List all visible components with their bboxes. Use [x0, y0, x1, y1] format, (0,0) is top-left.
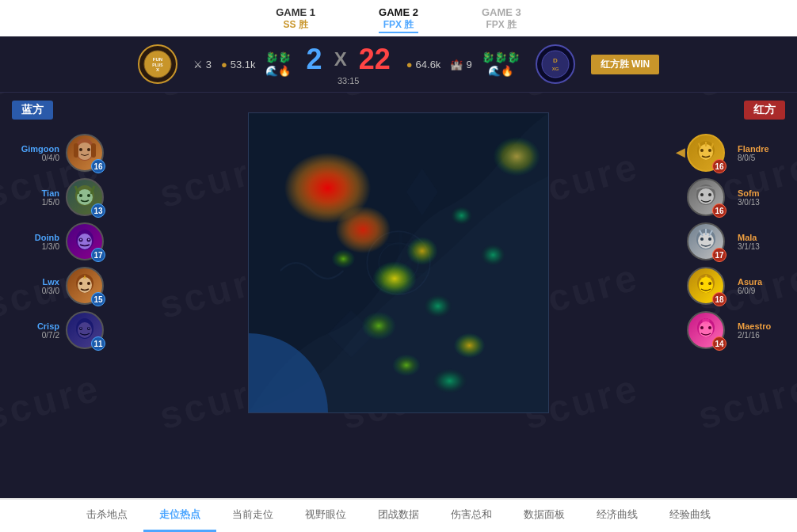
svg-text:X: X: [156, 67, 159, 72]
player-row-lwx: Lwx 0/3/0 15: [12, 267, 162, 305]
svg-point-61: [708, 238, 711, 241]
svg-point-4: [542, 51, 569, 78]
player-name-gimgoon: Gimgoon: [12, 144, 59, 154]
svg-rect-12: [91, 143, 96, 158]
bottom-tabs-bar: 击杀地点 走位热点 当前走位 视野眼位 团战数据 伤害总和 数据面板 经济曲线 …: [0, 498, 797, 532]
player-name-lwx: Lwx: [12, 277, 59, 287]
player-row-sofm: Sofm 3/0/13 16: [687, 178, 785, 216]
svg-point-16: [87, 194, 90, 197]
level-crisp: 11: [91, 336, 105, 351]
svg-point-69: [708, 326, 711, 329]
level-gimgoon: 16: [91, 159, 105, 173]
player-row-gimgoon: Gimgoon 0/4/0: [12, 134, 162, 172]
svg-point-26: [87, 282, 90, 285]
level-tian: 13: [91, 203, 105, 218]
tab-game1[interactable]: GAME 1 SS 胜: [276, 6, 315, 33]
svg-text:FUN: FUN: [153, 57, 162, 62]
tab-game3[interactable]: GAME 3 FPX 胜: [482, 6, 521, 33]
svg-point-53: [708, 149, 711, 152]
level-asura: 18: [712, 292, 726, 306]
svg-point-68: [700, 326, 704, 329]
score-bar: FUN PLUS X ⚔ 3 ● 53.1k 🐉🐉 🌊🔥 2 X 22: [0, 36, 797, 93]
tab-gold-chart[interactable]: 经济曲线: [581, 500, 654, 532]
player-kda-maestro: 2/1/16: [738, 331, 785, 340]
player-name-tian: Tian: [12, 188, 59, 198]
avatar-sofm: 16: [687, 178, 725, 216]
tab-game2[interactable]: GAME 2 FPX 胜: [379, 6, 418, 33]
player-kda-mala: 3/1/13: [738, 242, 785, 251]
main-content: 蓝方 Gimgoon 0/4/0: [0, 93, 797, 433]
blue-gold-stat: ● 53.1k: [221, 59, 256, 70]
avatar-doinb: 17: [66, 222, 104, 260]
blue-stats: ⚔ 3 ● 53.1k 🐉🐉 🌊🔥: [193, 51, 291, 77]
svg-point-41: [406, 237, 438, 265]
svg-point-42: [361, 312, 396, 340]
player-kda-flandre: 8/0/5: [738, 154, 785, 162]
svg-text:D: D: [553, 57, 558, 64]
tab-damage[interactable]: 伤害总和: [435, 500, 508, 532]
avatar-mala: 17: [687, 222, 725, 260]
mvp-arrow-icon: ◄: [673, 143, 688, 162]
tab-heatmap[interactable]: 走位热点: [143, 500, 216, 532]
blue-team-logo: FUN PLUS X: [138, 44, 177, 84]
svg-point-45: [480, 244, 505, 266]
red-team-label: 红方: [744, 101, 785, 120]
svg-point-44: [454, 333, 486, 359]
match-time: 33:15: [337, 76, 360, 86]
red-gold-value: 64.6k: [416, 59, 441, 70]
win-badge: 红方胜 WIN: [591, 55, 660, 74]
svg-point-32: [88, 328, 90, 329]
player-kda-asura: 6/0/9: [738, 287, 785, 295]
svg-text:XG: XG: [551, 66, 559, 71]
avatar-asura: 18: [687, 267, 725, 305]
red-towers-value: 9: [466, 59, 471, 70]
score-divider: X: [334, 48, 347, 70]
blue-team-label: 蓝方: [12, 101, 53, 120]
player-name-crisp: Crisp: [12, 321, 59, 331]
tab-teamfight[interactable]: 团战数据: [362, 500, 435, 532]
tab-killmap[interactable]: 击杀地点: [71, 500, 143, 532]
svg-point-9: [79, 148, 82, 151]
red-team-logo: D XG: [536, 44, 575, 84]
tab-stats[interactable]: 数据面板: [508, 500, 581, 532]
tab-position[interactable]: 当前走位: [216, 500, 289, 532]
svg-point-10: [87, 148, 90, 151]
svg-point-40: [372, 261, 417, 296]
svg-point-22: [88, 239, 90, 241]
svg-point-38: [335, 206, 391, 253]
avatar-crisp: 11: [66, 311, 104, 349]
svg-point-48: [331, 249, 355, 268]
level-flandre: 16: [712, 159, 726, 173]
tab-vision[interactable]: 视野眼位: [289, 500, 362, 532]
svg-point-52: [700, 149, 704, 152]
svg-point-39: [493, 137, 540, 177]
tab-game1-result: SS 胜: [276, 18, 315, 32]
game-tabs-bar: GAME 1 SS 胜 GAME 2 FPX 胜 GAME 3 FPX 胜: [0, 0, 797, 36]
blue-kills-value: 3: [206, 59, 212, 70]
player-name-mala: Mala: [738, 233, 785, 242]
blue-kills-stat: ⚔ 3: [193, 59, 212, 70]
avatar-maestro: 14: [687, 311, 725, 349]
player-kda-tian: 1/5/0: [12, 198, 59, 207]
level-mala: 17: [712, 248, 726, 262]
svg-point-46: [392, 354, 421, 376]
tab-game2-label: GAME 2: [379, 6, 418, 18]
tab-game2-result: FPX 胜: [379, 18, 418, 32]
tab-xp-chart[interactable]: 经验曲线: [654, 500, 726, 532]
blue-gold-value: 53.1k: [231, 59, 256, 70]
svg-rect-11: [74, 143, 78, 158]
score-blue: 2: [307, 43, 322, 76]
level-sofm: 16: [712, 203, 726, 218]
player-row-flandre: Flandre 8/0/5 ◄: [687, 134, 785, 172]
player-name-sofm: Sofm: [738, 188, 785, 198]
level-maestro: 14: [712, 336, 726, 351]
red-gold-stat: ● 64.6k: [406, 59, 441, 70]
svg-point-15: [79, 194, 82, 197]
match-score: 2 X 22: [307, 43, 391, 76]
avatar-flandre: ◄ 16: [687, 134, 725, 172]
player-kda-doinb: 1/3/0: [12, 242, 59, 251]
map-area: 龙: [174, 93, 623, 433]
player-row-tian: Tian 1/5/0: [12, 178, 162, 216]
tab-game1-label: GAME 1: [276, 6, 315, 18]
player-row-crisp: Crisp 0/7/2: [12, 311, 162, 349]
